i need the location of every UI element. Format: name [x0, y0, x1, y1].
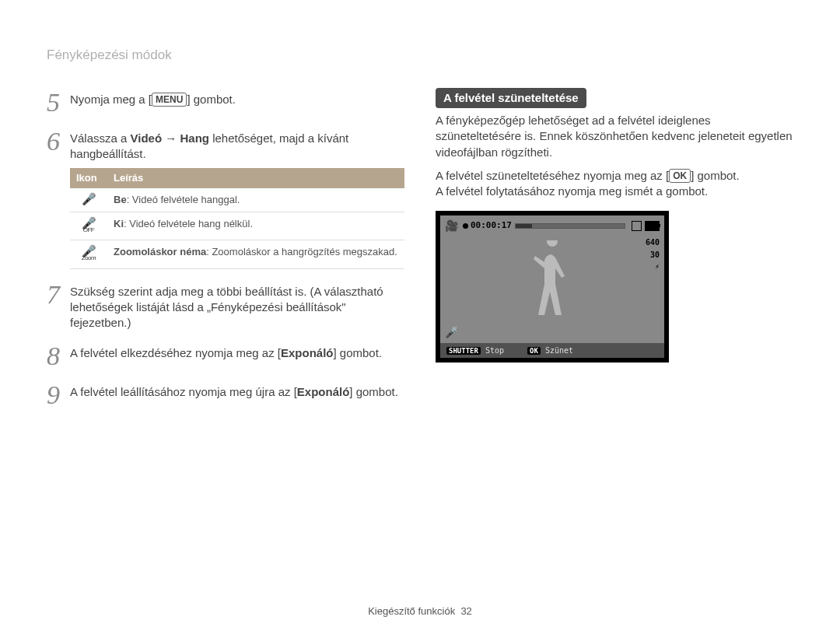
shutter-key-label: SHUTTER — [446, 347, 481, 355]
p3: A felvétel folytatásához nyomja meg ismé… — [436, 184, 708, 198]
table-header-desc: Leírás — [107, 168, 404, 188]
mic-on-icon: 🎤 — [70, 188, 107, 212]
step-number: 6 — [47, 127, 70, 269]
pause-description-1: A fényképezőgép lehetőséget ad a felvéte… — [436, 113, 793, 160]
step-6: 6 Válassza a Videó → Hang lehetőséget, m… — [47, 127, 404, 269]
step8-post: ] gombot. — [334, 346, 383, 359]
two-column-layout: 5 Nyomja meg a [MENU] gombot. 6 Válassza… — [47, 88, 793, 419]
lcd-resolution: 640 — [646, 237, 660, 248]
table-cell-desc: Ki: Videó felvétele hang nélkül. — [107, 212, 404, 240]
mic-off-icon: 🎤OFF — [70, 212, 107, 240]
battery-icon — [645, 221, 660, 231]
right-column: A felvétel szüneteltetése A fényképezőgé… — [436, 88, 793, 419]
lcd-progress-bar — [515, 223, 625, 229]
step-body: A felvétel elkezdéséhez nyomja meg az [E… — [70, 342, 404, 370]
table-cell-desc: Zoomoláskor néma: Zoomoláskor a hangrögz… — [107, 240, 404, 269]
icon-sub-off: OFF — [82, 227, 96, 233]
step-8: 8 A felvétel elkezdéséhez nyomja meg az … — [47, 342, 404, 370]
step-number: 8 — [47, 342, 70, 370]
row2-key: Ki — [114, 218, 124, 229]
record-dot-icon — [463, 223, 468, 229]
row1-key: Be — [114, 194, 127, 205]
icon-sub-zoom: Zoom — [82, 255, 96, 261]
lcd-fps: 30 — [646, 250, 660, 261]
step9-pre: A felvétel leállításához nyomja meg újra… — [70, 385, 297, 398]
step6-pre: Válassza a — [70, 131, 131, 145]
table-row: 🎤OFF Ki: Videó felvétele hang nélkül. — [70, 212, 404, 240]
step-body: Válassza a Videó → Hang lehetőséget, maj… — [70, 127, 404, 269]
flash-icon: ⚡ — [646, 261, 660, 272]
video-mode-icon: 🎥 — [445, 219, 458, 233]
step-number: 7 — [47, 280, 70, 331]
step-number: 9 — [47, 380, 70, 408]
step6-bold2: Hang — [180, 131, 209, 145]
step6-bold1: Videó — [131, 131, 163, 145]
step6-arrow: → — [162, 131, 180, 145]
menu-button-label: MENU — [152, 93, 187, 107]
step-9: 9 A felvétel leállításához nyomja meg új… — [47, 380, 404, 408]
section-title: Fényképezési módok — [47, 47, 793, 65]
lcd-timecode: 00:00:17 — [471, 220, 512, 232]
table-cell-desc: Be: Videó felvétele hanggal. — [107, 188, 404, 212]
p2-post: ] gombot. — [691, 169, 740, 182]
mic-zoom-indicator-icon: 🎤 — [445, 325, 458, 340]
pause-recording-heading: A felvétel szüneteltetése — [436, 88, 586, 108]
row1-val: : Videó felvétele hanggal. — [127, 194, 240, 205]
step9-post: ] gombot. — [349, 385, 398, 398]
left-column: 5 Nyomja meg a [MENU] gombot. 6 Válassza… — [47, 88, 404, 419]
p2-pre: A felvétel szüneteltetéséhez nyomja meg … — [436, 169, 669, 182]
footer-section: Kiegészítő funkciók — [368, 605, 455, 617]
lcd-pause-hint: OK Szünet — [527, 345, 573, 356]
step8-bold: Exponáló — [281, 346, 334, 359]
step-body: A felvétel leállításához nyomja meg újra… — [70, 380, 404, 408]
step5-post: ] gombot. — [187, 93, 236, 106]
page-footer: Kiegészítő funkciók 32 — [0, 604, 840, 618]
row3-key: Zoomoláskor néma — [114, 246, 206, 257]
mic-zoom-icon: 🎤Zoom — [70, 240, 107, 269]
row2-val: : Videó felvétele hang nélkül. — [124, 218, 253, 229]
ok-key-label: OK — [527, 347, 541, 355]
table-header-row: Ikon Leírás — [70, 168, 404, 188]
pause-label: Szünet — [545, 346, 573, 355]
stop-label: Stop — [485, 346, 504, 355]
table-row: 🎤 Be: Videó felvétele hanggal. — [70, 188, 404, 212]
lcd-bottom-bar: SHUTTER Stop OK Szünet — [440, 343, 664, 359]
lcd-preview: 🎥 00:00:17 640 30 ⚡ 🎤 — [436, 211, 669, 363]
ok-button-label: OK — [669, 169, 691, 183]
step-body: Nyomja meg a [MENU] gombot. — [70, 88, 404, 116]
table-row: 🎤Zoom Zoomoláskor néma: Zoomoláskor a ha… — [70, 240, 404, 269]
step5-pre: Nyomja meg a [ — [70, 93, 152, 106]
table-header-icon: Ikon — [70, 168, 107, 188]
boy-silhouette — [525, 240, 579, 334]
step9-bold: Exponáló — [297, 385, 350, 398]
step-body: Szükség szerint adja meg a többi beállít… — [70, 280, 404, 331]
footer-page: 32 — [460, 605, 471, 617]
step-7: 7 Szükség szerint adja meg a többi beáll… — [47, 280, 404, 331]
pause-description-2: A felvétel szüneteltetéséhez nyomja meg … — [436, 168, 793, 200]
lcd-top-bar: 🎥 00:00:17 — [445, 219, 660, 233]
sound-options-table: Ikon Leírás 🎤 Be: Videó felvétele hangga… — [70, 168, 404, 268]
step-5: 5 Nyomja meg a [MENU] gombot. — [47, 88, 404, 116]
lcd-right-indicators: 640 30 ⚡ — [646, 237, 660, 274]
lcd-screen: 🎥 00:00:17 640 30 ⚡ 🎤 — [440, 215, 664, 358]
row3-val: : Zoomoláskor a hangrögzítés megszakad. — [206, 246, 397, 257]
lcd-stop-hint: SHUTTER Stop — [446, 345, 504, 356]
sd-card-icon — [632, 221, 642, 231]
step8-pre: A felvétel elkezdéséhez nyomja meg az [ — [70, 346, 281, 359]
step-number: 5 — [47, 88, 70, 116]
